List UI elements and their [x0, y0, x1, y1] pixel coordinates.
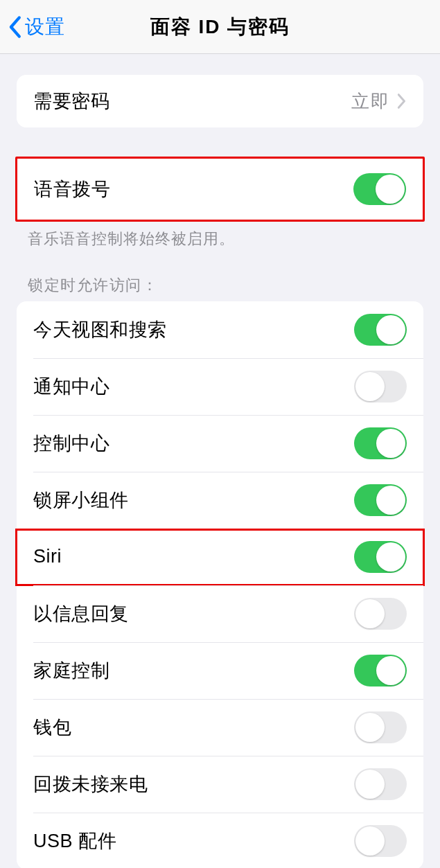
toggle-家庭控制[interactable]	[354, 655, 407, 687]
nav-bar: 设置 面容 ID 与密码	[0, 0, 440, 54]
lock-item-row: 家庭控制	[17, 642, 423, 699]
lock-item-row: 以信息回复	[17, 585, 423, 642]
toggle-通知中心[interactable]	[354, 371, 407, 402]
toggle-siri[interactable]	[354, 541, 407, 573]
toggle-usb-配件[interactable]	[354, 825, 407, 857]
row-label: 通知中心	[33, 374, 109, 399]
lock-item-row: Siri	[17, 529, 423, 585]
voice-dial-row: 语音拨号	[17, 159, 423, 220]
row-label: 家庭控制	[33, 658, 109, 683]
row-label: 回拨未接来电	[33, 772, 148, 797]
toggle-锁屏小组件[interactable]	[354, 484, 407, 516]
row-label: 钱包	[33, 715, 71, 740]
toggle-今天视图和搜索[interactable]	[354, 314, 407, 346]
lock-item-row: 回拨未接来电	[17, 756, 423, 813]
row-label: USB 配件	[33, 829, 116, 853]
row-label: 今天视图和搜索	[33, 317, 167, 342]
row-label: Siri	[33, 546, 62, 567]
row-label: 需要密码	[33, 89, 109, 114]
lock-item-row: 锁屏小组件	[17, 472, 423, 529]
chevron-right-icon	[397, 93, 407, 109]
row-value: 立即	[351, 89, 390, 114]
toggle-回拨未接来电[interactable]	[354, 768, 407, 800]
back-label: 设置	[25, 14, 65, 40]
lock-item-row: USB 配件	[17, 813, 423, 868]
lock-item-row: 钱包	[17, 699, 423, 756]
page-title: 面容 ID 与密码	[150, 14, 290, 40]
lock-access-header: 锁定时允许访问：	[0, 275, 440, 301]
back-button[interactable]: 设置	[0, 14, 65, 40]
chevron-left-icon	[7, 15, 22, 39]
row-label: 控制中心	[33, 431, 109, 456]
require-passcode-row[interactable]: 需要密码 立即	[17, 75, 423, 127]
row-label: 以信息回复	[33, 601, 129, 626]
voice-dial-footer: 音乐语音控制将始终被启用。	[0, 222, 440, 250]
lock-item-row: 控制中心	[17, 415, 423, 472]
row-label: 锁屏小组件	[33, 488, 129, 513]
row-label: 语音拨号	[34, 177, 110, 202]
lock-item-row: 通知中心	[17, 358, 423, 415]
lock-item-row: 今天视图和搜索	[17, 301, 423, 358]
toggle-以信息回复[interactable]	[354, 598, 407, 630]
toggle-钱包[interactable]	[354, 711, 407, 743]
voice-dial-highlight: 语音拨号	[15, 157, 425, 222]
voice-dial-toggle[interactable]	[353, 173, 406, 205]
toggle-控制中心[interactable]	[354, 427, 407, 459]
